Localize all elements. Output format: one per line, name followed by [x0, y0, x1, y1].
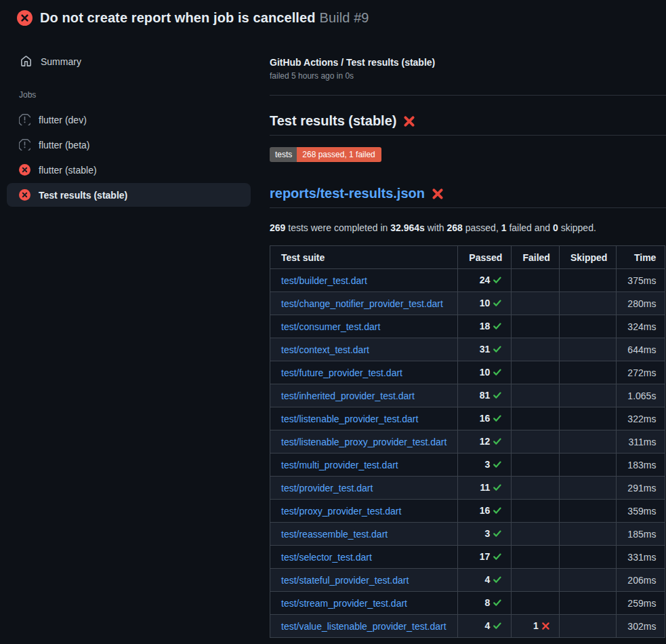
failed-cell	[512, 454, 559, 477]
table-row: test/future_provider_test.dart10272ms	[270, 361, 665, 384]
suite-cell: test/proxy_provider_test.dart	[270, 500, 458, 523]
check-icon	[493, 598, 502, 609]
sidebar-item-job-3[interactable]: Test results (stable)	[7, 183, 251, 207]
suite-link[interactable]: test/future_provider_test.dart	[281, 367, 402, 378]
table-row: test/stream_provider_test.dart8259ms	[270, 592, 665, 615]
failed-cell	[512, 315, 559, 338]
summary-segment: passed,	[463, 222, 501, 233]
check-icon	[493, 621, 502, 632]
section-title-text: Test results (stable)	[270, 113, 396, 129]
skipped-cell	[559, 615, 616, 638]
job-label: flutter (stable)	[39, 165, 97, 176]
summary-line: 269 tests were completed in 32.964s with…	[270, 222, 666, 233]
summary-segment: 32.964s	[390, 222, 425, 233]
job-label: Test results (stable)	[39, 190, 127, 201]
sidebar-item-job-0[interactable]: flutter (dev)	[7, 108, 251, 132]
skipped-cell	[559, 500, 616, 523]
badge-label: tests	[270, 147, 297, 162]
suite-link[interactable]: test/reassemble_test.dart	[281, 529, 388, 540]
skipped-cell	[559, 384, 616, 407]
table-row: test/selector_test.dart17331ms	[270, 546, 665, 569]
suite-cell: test/stream_provider_test.dart	[270, 592, 458, 615]
sidebar-item-summary[interactable]: Summary	[0, 50, 257, 73]
report-link[interactable]: reports/test-results.json	[270, 186, 425, 201]
table-row: test/multi_provider_test.dart3183ms	[270, 454, 665, 477]
suite-link[interactable]: test/multi_provider_test.dart	[281, 460, 398, 470]
suite-cell: test/future_provider_test.dart	[270, 361, 458, 384]
failed-status-icon	[17, 10, 33, 26]
failed-cell	[512, 407, 559, 430]
failed-cell	[512, 477, 559, 500]
time-cell: 331ms	[617, 546, 665, 569]
time-cell: 272ms	[617, 361, 665, 384]
stop-octagon-icon	[19, 139, 30, 150]
suite-link[interactable]: test/proxy_provider_test.dart	[281, 506, 401, 517]
passed-cell: 17	[458, 546, 512, 569]
table-row: test/value_listenable_provider_test.dart…	[270, 615, 665, 638]
table-row: test/listenable_provider_test.dart16322m…	[270, 407, 665, 430]
suite-cell: test/builder_test.dart	[270, 269, 458, 292]
suite-cell: test/selector_test.dart	[270, 546, 458, 569]
table-row: test/reassemble_test.dart3185ms	[270, 523, 665, 546]
failed-cell	[512, 569, 559, 592]
time-cell: 375ms	[617, 269, 665, 292]
status-line: failed 5 hours ago in 0s	[270, 71, 666, 81]
suite-cell: test/reassemble_test.dart	[270, 523, 458, 546]
check-icon	[493, 529, 502, 540]
skipped-cell	[559, 592, 616, 615]
table-row: test/proxy_provider_test.dart16359ms	[270, 500, 665, 523]
suite-link[interactable]: test/stateful_provider_test.dart	[281, 575, 409, 586]
passed-cell: 12	[458, 430, 512, 454]
passed-cell: 4	[458, 615, 512, 638]
suite-link[interactable]: test/change_notifier_provider_test.dart	[281, 298, 443, 309]
time-cell: 324ms	[617, 315, 665, 338]
summary-segment: failed and	[507, 222, 554, 233]
suite-link[interactable]: test/stream_provider_test.dart	[281, 598, 407, 609]
column-header-time: Time	[617, 246, 665, 269]
check-icon	[493, 506, 502, 517]
skipped-cell	[559, 269, 616, 292]
suite-link[interactable]: test/consumer_test.dart	[281, 321, 380, 332]
time-cell: 644ms	[617, 338, 665, 361]
main-content: GitHub Actions / Test results (stable) f…	[257, 34, 666, 638]
passed-cell: 24	[458, 269, 512, 292]
job-label: flutter (beta)	[39, 140, 89, 150]
x-circle-icon	[19, 189, 30, 201]
suite-cell: test/change_notifier_provider_test.dart	[270, 292, 458, 315]
suite-link[interactable]: test/inherited_provider_test.dart	[281, 390, 415, 401]
suite-link[interactable]: test/value_listenable_provider_test.dart	[281, 621, 446, 632]
failed-x-icon	[432, 188, 444, 200]
suite-link[interactable]: test/provider_test.dart	[281, 483, 373, 494]
skipped-cell	[559, 454, 616, 477]
sidebar-item-job-1[interactable]: flutter (beta)	[7, 133, 251, 157]
sidebar-item-job-2[interactable]: flutter (stable)	[7, 158, 251, 182]
summary-segment: tests were completed in	[285, 222, 390, 233]
failed-cell	[512, 592, 559, 615]
time-cell: 359ms	[617, 500, 665, 523]
suite-link[interactable]: test/selector_test.dart	[281, 552, 372, 563]
passed-cell: 10	[458, 361, 512, 384]
suite-cell: test/stateful_provider_test.dart	[270, 569, 458, 592]
tests-badge: tests 268 passed, 1 failed	[270, 147, 381, 162]
check-icon	[493, 414, 502, 425]
suite-link[interactable]: test/context_test.dart	[281, 344, 369, 355]
table-row: test/provider_test.dart11291ms	[270, 477, 665, 500]
failed-cell	[512, 361, 559, 384]
failed-cell	[512, 269, 559, 292]
suite-link[interactable]: test/builder_test.dart	[281, 275, 367, 286]
table-row: test/consumer_test.dart18324ms	[270, 315, 665, 338]
failed-cell	[512, 292, 559, 315]
suite-link[interactable]: test/listenable_proxy_provider_test.dart	[281, 437, 446, 447]
page-title: Do not create report when job is cancell…	[40, 10, 369, 26]
passed-cell: 18	[458, 315, 512, 338]
skipped-cell	[559, 361, 616, 384]
page-header: Do not create report when job is cancell…	[0, 0, 666, 34]
suite-cell: test/multi_provider_test.dart	[270, 454, 458, 477]
time-cell: 259ms	[617, 592, 665, 615]
table-row: test/inherited_provider_test.dart811.065…	[270, 384, 665, 407]
passed-cell: 16	[458, 407, 512, 430]
breadcrumb: GitHub Actions / Test results (stable)	[270, 57, 666, 68]
passed-cell: 11	[458, 477, 512, 500]
suite-link[interactable]: test/listenable_provider_test.dart	[281, 414, 418, 424]
summary-segment: 0	[553, 222, 558, 233]
